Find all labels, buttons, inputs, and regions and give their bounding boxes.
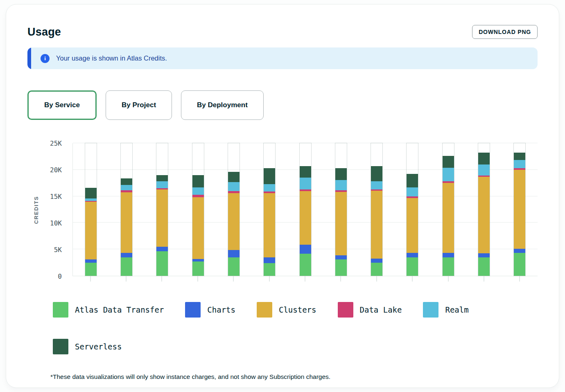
bar-segment-clusters[interactable] <box>407 198 418 253</box>
x-tick-cell <box>216 276 251 282</box>
bar-segment-charts[interactable] <box>335 255 347 259</box>
bar-segment-charts[interactable] <box>156 247 168 251</box>
banner-text: Your usage is shown in Atlas Credits. <box>56 54 167 62</box>
bar-segment-clusters[interactable] <box>300 191 311 245</box>
stacked-bar[interactable] <box>121 143 132 276</box>
stacked-bar[interactable] <box>156 143 168 276</box>
legend-item-atlas-data-transfer: Atlas Data Transfer <box>53 302 164 318</box>
bar-column <box>73 143 108 276</box>
bar-segment-serverless[interactable] <box>121 178 132 185</box>
x-tick-cell <box>144 276 180 282</box>
bar-segment-charts[interactable] <box>228 250 240 257</box>
stacked-bar[interactable] <box>407 143 418 276</box>
bar-segment-realm[interactable] <box>156 181 168 188</box>
y-axis-title-text: CREDITS <box>33 196 39 223</box>
x-tick-mark <box>412 276 413 282</box>
stacked-bar[interactable] <box>371 143 382 276</box>
bar-segment-atlas-data-transfer[interactable] <box>156 251 168 276</box>
stacked-bar[interactable] <box>443 143 454 276</box>
bar-segment-realm[interactable] <box>300 178 311 190</box>
stacked-bar[interactable] <box>300 143 311 276</box>
bar-segment-atlas-data-transfer[interactable] <box>478 257 490 276</box>
bar-segment-serverless[interactable] <box>407 174 418 187</box>
bar-segment-serverless[interactable] <box>192 175 204 187</box>
bar-segment-serverless[interactable] <box>335 168 347 180</box>
bar-segment-realm[interactable] <box>192 187 204 195</box>
bar-segment-serverless[interactable] <box>264 168 275 184</box>
bar-segment-clusters[interactable] <box>335 192 347 256</box>
legend-label: Realm <box>445 305 468 314</box>
bar-segment-atlas-data-transfer[interactable] <box>85 263 97 276</box>
bar-segment-clusters[interactable] <box>371 191 382 259</box>
legend-swatch-realm <box>423 302 438 318</box>
bar-segment-atlas-data-transfer[interactable] <box>514 253 525 276</box>
bar-segment-realm[interactable] <box>514 160 525 168</box>
stacked-bar[interactable] <box>478 143 490 276</box>
bar-segment-serverless[interactable] <box>85 188 97 198</box>
stacked-bar[interactable] <box>335 143 347 276</box>
bar-column <box>502 143 538 276</box>
bar-segment-charts[interactable] <box>371 259 382 263</box>
bar-segment-atlas-data-transfer[interactable] <box>300 254 311 276</box>
bar-segment-serverless[interactable] <box>443 156 454 168</box>
bar-segment-clusters[interactable] <box>228 193 240 250</box>
tab-by-project[interactable]: By Project <box>106 90 172 120</box>
bar-segment-atlas-data-transfer[interactable] <box>192 261 204 276</box>
bar-segment-realm[interactable] <box>335 180 347 190</box>
bar-segment-charts[interactable] <box>121 253 132 257</box>
bar-segment-realm[interactable] <box>121 185 132 190</box>
bar-segment-clusters[interactable] <box>121 192 132 253</box>
bar-segment-clusters[interactable] <box>264 193 275 257</box>
x-tick-cell <box>251 276 287 282</box>
tab-by-deployment[interactable]: By Deployment <box>181 90 264 120</box>
bar-segment-atlas-data-transfer[interactable] <box>121 257 132 276</box>
bar-segment-realm[interactable] <box>264 184 275 191</box>
bar-segment-serverless[interactable] <box>228 172 240 182</box>
bar-segment-charts[interactable] <box>264 257 275 263</box>
stacked-bar[interactable] <box>85 143 97 276</box>
info-banner: i Your usage is shown in Atlas Credits. <box>27 47 538 69</box>
bar-segment-clusters[interactable] <box>443 183 454 253</box>
stacked-bar[interactable] <box>228 143 240 276</box>
bar-segment-serverless[interactable] <box>478 153 490 164</box>
bar-segment-realm[interactable] <box>478 164 490 176</box>
bar-segment-serverless[interactable] <box>300 166 311 178</box>
bar-segment-charts[interactable] <box>443 253 454 257</box>
bar-segment-realm[interactable] <box>228 182 240 191</box>
bar-segment-charts[interactable] <box>478 253 490 257</box>
stacked-bar[interactable] <box>514 143 525 276</box>
bar-segment-charts[interactable] <box>514 249 525 253</box>
bar-segment-charts[interactable] <box>407 253 418 257</box>
bar-segment-clusters[interactable] <box>478 177 490 253</box>
bar-segment-serverless[interactable] <box>156 175 168 181</box>
bar-segment-atlas-data-transfer[interactable] <box>371 263 382 276</box>
x-tick-cell <box>430 276 466 282</box>
plot-area <box>72 143 538 276</box>
x-tick-mark <box>376 276 377 282</box>
stacked-bar[interactable] <box>192 143 204 276</box>
bar-segment-atlas-data-transfer[interactable] <box>228 257 240 276</box>
bar-segment-atlas-data-transfer[interactable] <box>407 257 418 276</box>
y-tick-label: 5K <box>54 246 62 254</box>
footnote: *These data visualizations will only sho… <box>27 373 538 381</box>
download-png-button[interactable]: DOWNLOAD PNG <box>472 25 538 39</box>
bar-segment-realm[interactable] <box>443 168 454 181</box>
bar-segment-serverless[interactable] <box>514 153 525 160</box>
bar-segment-serverless[interactable] <box>371 166 382 182</box>
y-tick-label: 20K <box>50 166 62 174</box>
bar-segment-charts[interactable] <box>300 245 311 253</box>
legend-swatch-clusters <box>257 302 272 318</box>
stacked-bar[interactable] <box>264 143 275 276</box>
bar-segment-clusters[interactable] <box>85 202 97 259</box>
x-tick-cell <box>502 276 538 282</box>
bar-segment-realm[interactable] <box>407 187 418 197</box>
bar-segment-clusters[interactable] <box>514 170 525 249</box>
bar-segment-realm[interactable] <box>371 181 382 189</box>
bar-segment-charts[interactable] <box>85 259 97 263</box>
bar-segment-clusters[interactable] <box>156 189 168 247</box>
bar-segment-clusters[interactable] <box>192 197 204 259</box>
tab-by-service[interactable]: By Service <box>27 90 97 120</box>
bar-segment-atlas-data-transfer[interactable] <box>335 259 347 276</box>
bar-segment-atlas-data-transfer[interactable] <box>264 263 275 276</box>
bar-segment-atlas-data-transfer[interactable] <box>443 257 454 276</box>
